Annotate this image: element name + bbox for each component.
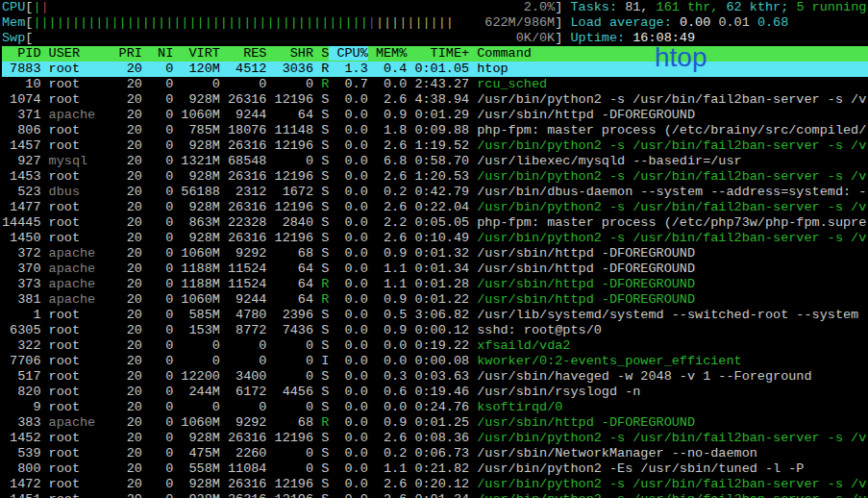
cell-usage: 0.0 2.6 4:38.94 xyxy=(329,92,477,107)
process-row-6305[interactable]: 6305 root 20 0 153M 8772 7436 S 0.0 0.9 … xyxy=(2,323,868,338)
cell-user: root xyxy=(49,338,119,353)
process-row-1450[interactable]: 1450 root 20 0 928M 26316 12196 S 0.0 2.… xyxy=(2,231,868,246)
meter-fill-space xyxy=(33,31,515,45)
process-row-1[interactable]: 1 root 20 0 585M 4780 2396 S 0.0 0.5 3:0… xyxy=(2,308,868,323)
cell-stats: 20 0 928M 26316 12196 xyxy=(119,200,322,214)
cell-stats: 20 0 12200 3400 0 xyxy=(119,369,322,384)
cell-user: root xyxy=(49,385,119,399)
cell-user: root xyxy=(49,400,119,414)
col-header-cpu[interactable]: CPU% xyxy=(329,46,368,61)
meter-ticks-green: ||||||||||||||||||||||||||||||||||||||||… xyxy=(33,15,367,30)
cell-pid: 10 xyxy=(2,77,49,91)
cell-command: rcu_sched xyxy=(477,77,547,91)
col-header-mem-time[interactable]: MEM% TIME+ xyxy=(368,46,477,61)
cell-pid: 1 xyxy=(2,308,49,322)
cell-usage: 0.0 1.1 0:21.82 xyxy=(329,461,477,476)
process-row-539[interactable]: 539 root 20 0 475M 2260 0 S 0.0 0.2 0:06… xyxy=(2,446,868,461)
cell-usage: 0.0 2.6 0:01.34 xyxy=(329,492,477,498)
col-header-command[interactable]: Command xyxy=(477,46,532,61)
cell-stats: 20 0 1188M 11524 64 xyxy=(119,277,322,291)
cell-usage: 0.0 0.6 0:19.46 xyxy=(329,385,477,399)
process-row-927[interactable]: 927 mysql 20 0 1321M 68548 0 S 0.0 6.8 0… xyxy=(2,154,868,169)
cell-command: ksoftirqd/0 xyxy=(477,400,562,414)
cell-stats: 20 0 1060M 9244 64 xyxy=(119,108,322,122)
process-row-371[interactable]: 371 apache 20 0 1060M 9244 64 S 0.0 0.9 … xyxy=(2,108,868,123)
cell-usage: 0.0 0.0 0:24.76 xyxy=(329,400,477,414)
process-row-517[interactable]: 517 root 20 0 12200 3400 0 S 0.0 0.3 0:0… xyxy=(2,369,868,385)
summary-text-4: 5 running xyxy=(796,0,866,14)
cell-stats: 20 0 244M 6172 4456 xyxy=(119,385,322,399)
cell-user: apache xyxy=(49,277,119,291)
cell-user: apache xyxy=(49,261,119,276)
cell-command: /usr/sbin/httpd -DFOREGROUND xyxy=(477,108,695,122)
cell-command: /usr/bin/python2 -Es /usr/sbin/tuned -l … xyxy=(477,461,804,476)
meter-ticks-red: | xyxy=(41,0,49,14)
cell-usage: 0.0 2.6 0:10.49 xyxy=(329,231,477,245)
process-row-1457[interactable]: 1457 root 20 0 928M 26316 12196 S 0.0 2.… xyxy=(2,138,868,154)
summary-text-1: 0.00 xyxy=(680,15,719,30)
cell-user: root xyxy=(49,77,119,91)
cell-stats: 20 0 0 0 0 xyxy=(119,338,322,353)
cell-command: /usr/bin/python2 -s /usr/bin/fail2ban-se… xyxy=(477,477,866,491)
cell-usage: 0.0 2.6 1:20.53 xyxy=(329,169,477,184)
cell-command: /usr/libexec/mysqld --basedir=/usr xyxy=(477,154,741,168)
cell-stats: 20 0 0 0 0 xyxy=(119,354,322,368)
col-header-pid[interactable]: PID xyxy=(2,46,49,61)
cell-user: root xyxy=(49,461,119,476)
cell-user: root xyxy=(49,446,119,461)
cell-stats: 20 0 785M 18076 11148 xyxy=(119,123,322,137)
process-row-322[interactable]: 322 root 20 0 0 0 0 S 0.0 0.0 0:19.22 xf… xyxy=(2,338,868,354)
cell-user: root xyxy=(49,431,119,445)
process-row-370[interactable]: 370 apache 20 0 1188M 11524 64 S 0.0 1.1… xyxy=(2,261,868,277)
cell-user: root xyxy=(49,477,119,491)
cell-pid: 1451 xyxy=(2,492,49,498)
cell-command: php-fpm: master process (/etc/php73w/php… xyxy=(477,215,866,230)
process-row-373[interactable]: 373 apache 20 0 1188M 11524 64 R 0.0 1.1… xyxy=(2,277,868,292)
process-row-14445[interactable]: 14445 root 20 0 863M 22328 2840 S 0.0 2.… xyxy=(2,215,868,231)
cell-command: /usr/sbin/rsyslogd -n xyxy=(477,385,640,399)
process-row-800[interactable]: 800 root 20 0 558M 11084 0 S 0.0 1.1 0:2… xyxy=(2,461,868,477)
swp-meter-line: Swp[ 0K/0K] Uptime: 16:08:49 xyxy=(2,31,868,46)
cell-pid: 370 xyxy=(2,261,49,276)
cell-usage: 1.3 0.4 0:01.05 xyxy=(329,62,477,76)
process-row-1451[interactable]: 1451 root 20 0 928M 26316 12196 S 0.0 2.… xyxy=(2,492,868,498)
process-row-372[interactable]: 372 apache 20 0 1060M 9292 68 S 0.0 0.9 … xyxy=(2,246,868,261)
cell-stats: 20 0 863M 22328 2840 xyxy=(119,215,322,230)
cell-pid: 14445 xyxy=(2,215,49,230)
cell-command: /usr/bin/python2 -s /usr/bin/fail2ban-se… xyxy=(477,431,866,445)
process-row-7883[interactable]: 7883 root 20 0 120M 4512 3036 R 1.3 0.4 … xyxy=(2,62,868,77)
process-row-1074[interactable]: 1074 root 20 0 928M 26316 12196 S 0.0 2.… xyxy=(2,92,868,108)
process-row-523[interactable]: 523 dbus 20 0 56188 2312 1672 S 0.0 0.2 … xyxy=(2,185,868,200)
meter-value: 2.0% xyxy=(524,0,555,14)
process-row-820[interactable]: 820 root 20 0 244M 6172 4456 S 0.0 0.6 0… xyxy=(2,385,868,400)
cell-pid: 1457 xyxy=(2,138,49,153)
process-row-1453[interactable]: 1453 root 20 0 928M 26316 12196 S 0.0 2.… xyxy=(2,169,868,185)
htop-watermark-text: htop xyxy=(655,42,707,73)
col-header-user[interactable]: USER xyxy=(49,46,119,61)
table-header-row[interactable]: PID USER PRI NI VIRT RES SHR S CPU% MEM%… xyxy=(2,46,868,62)
process-row-7706[interactable]: 7706 root 20 0 0 0 0 I 0.0 0.0 0:00.08 k… xyxy=(2,354,868,369)
process-row-1452[interactable]: 1452 root 20 0 928M 26316 12196 S 0.0 2.… xyxy=(2,431,868,446)
cell-user: mysql xyxy=(49,154,119,168)
col-header-stats[interactable]: PRI NI VIRT RES SHR S xyxy=(119,46,330,61)
process-row-1472[interactable]: 1472 root 20 0 928M 26316 12196 S 0.0 2.… xyxy=(2,477,868,492)
process-row-381[interactable]: 381 apache 20 0 1060M 9244 64 R 0.0 0.9 … xyxy=(2,292,868,308)
cell-stats: 20 0 928M 26316 12196 xyxy=(119,492,322,498)
process-row-806[interactable]: 806 root 20 0 785M 18076 11148 S 0.0 1.8… xyxy=(2,123,868,138)
process-row-9[interactable]: 9 root 20 0 0 0 0 S 0.0 0.0 0:24.76 ksof… xyxy=(2,400,868,415)
cell-pid: 371 xyxy=(2,108,49,122)
cell-usage: 0.0 0.9 0:01.25 xyxy=(329,415,477,430)
process-row-383[interactable]: 383 apache 20 0 1060M 9292 68 R 0.0 0.9 … xyxy=(2,415,868,431)
cell-pid: 927 xyxy=(2,154,49,168)
process-row-1477[interactable]: 1477 root 20 0 928M 26316 12196 S 0.0 2.… xyxy=(2,200,868,215)
cell-command: /usr/bin/python2 -s /usr/bin/fail2ban-se… xyxy=(477,200,866,214)
summary-text-2: 0.01 xyxy=(718,15,757,30)
cell-pid: 322 xyxy=(2,338,49,353)
process-row-10[interactable]: 10 root 20 0 0 0 0 R 0.7 0.0 2:43.27 rcu… xyxy=(2,77,868,92)
cell-user: root xyxy=(49,200,119,214)
summary-text-0: Tasks: xyxy=(570,0,625,14)
cell-stats: 20 0 56188 2312 1672 xyxy=(119,185,322,199)
summary-text-3: 0.68 xyxy=(757,15,788,30)
cell-usage: 0.0 2.6 0:08.36 xyxy=(329,431,477,445)
cell-usage: 0.0 1.1 0:01.28 xyxy=(329,277,477,291)
